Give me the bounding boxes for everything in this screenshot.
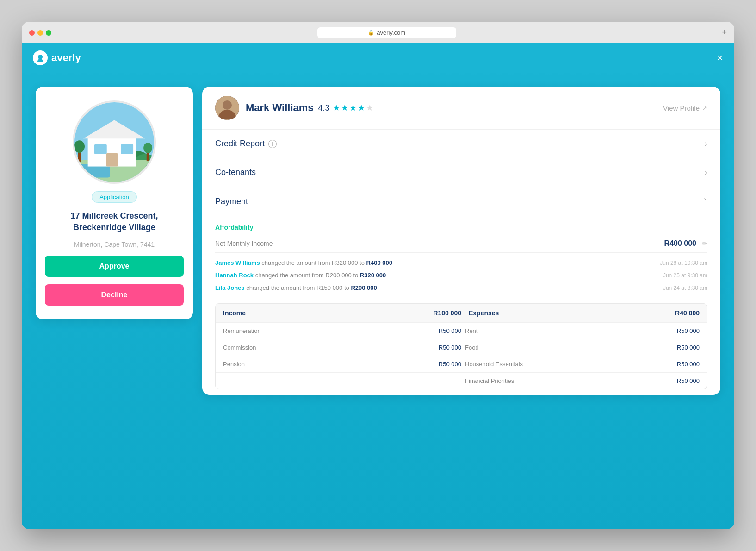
activity-time-3: Jun 24 at 8:30 am [663,285,707,291]
income-label-2: Commission [223,344,342,351]
income-value-2: R50 000 [342,344,462,351]
net-income-value-area: R400 000 ✏ [664,239,707,248]
co-tenants-section[interactable]: Co-tenants › [202,158,720,187]
profile-header: Mark Williams 4.3 ★ ★ ★ ★ ★ [202,87,720,130]
income-label-4 [223,377,342,384]
url-display[interactable]: 🔒 averly.com [317,27,456,38]
profile-name-rating: Mark Williams 4.3 ★ ★ ★ ★ ★ [246,102,373,114]
property-address: 17 Millcreek Crescent, Breckenridge Vill… [70,210,158,233]
payment-label: Payment [215,197,248,207]
fullscreen-traffic-light[interactable] [46,30,51,36]
left-card: Application 17 Millcreek Crescent, Breck… [36,87,193,319]
income-value-3: R50 000 [342,361,462,368]
table-row: Financial Priorities R50 000 [216,372,707,389]
svg-point-0 [38,55,43,59]
decline-button[interactable]: Decline [45,284,184,306]
table-row: Commission R50 000 Food R50 000 [216,339,707,356]
browser-window: 🔒 averly.com + averly × [22,22,734,529]
credit-report-title: Credit Report i [215,139,277,149]
activity-log: James Williams changed the amount from R… [215,253,707,298]
rating-number: 4.3 [318,103,330,113]
credit-report-section[interactable]: Credit Report i › [202,130,720,158]
income-total: R100 000 [342,309,462,317]
star-3: ★ [349,103,357,113]
svg-point-16 [223,100,232,110]
expense-value-3: R50 000 [581,361,700,368]
payment-section-header[interactable]: Payment ˅ [202,187,720,216]
close-button[interactable]: × [717,52,723,63]
table-row: Remuneration R50 000 Rent R50 000 [216,322,707,339]
affordability-header: Affordability [215,216,707,235]
star-4: ★ [358,103,365,113]
activity-text-1: James Williams changed the amount from R… [215,259,652,266]
expense-label-2: Food [461,344,581,351]
star-2: ★ [341,103,348,113]
averly-logo-icon [33,50,48,65]
svg-rect-8 [94,144,107,154]
view-profile-label: View Profile [663,104,700,112]
view-profile-button[interactable]: View Profile ↗ [663,104,707,112]
app-header: averly × [22,43,734,73]
new-tab-button[interactable]: + [722,28,727,38]
property-suburb: Milnerton, Cape Town, 7441 [74,241,155,248]
income-header: Income [223,309,342,317]
activity-row-3: Lila Jones changed the amount from R150 … [215,282,707,294]
application-badge: Application [92,191,137,203]
chevron-right-icon-2: › [705,168,707,177]
edit-icon[interactable]: ✏ [702,240,707,247]
main-content: Application 17 Millcreek Crescent, Breck… [22,73,734,409]
approve-button[interactable]: Approve [45,256,184,277]
url-text: averly.com [377,29,405,36]
logo-area: averly [33,50,81,65]
info-icon[interactable]: i [268,140,277,148]
expense-label-1: Rent [461,327,581,334]
net-income-value: R400 000 [664,239,696,248]
svg-rect-10 [106,153,118,167]
expense-value-2: R50 000 [581,344,700,351]
right-panel: Mark Williams 4.3 ★ ★ ★ ★ ★ [202,87,720,395]
profile-info: Mark Williams 4.3 ★ ★ ★ ★ ★ [215,96,373,120]
app-container: averly × [22,43,734,529]
logo-text: averly [51,52,81,64]
expense-value-1: R50 000 [581,327,700,334]
payment-content: Affordability Net Monthly Income R400 00… [202,216,720,389]
star-5: ★ [366,103,373,113]
expense-value-4: R50 000 [581,377,700,384]
co-tenants-title: Co-tenants [215,168,256,177]
external-link-icon: ↗ [702,105,707,112]
svg-point-12 [74,140,85,153]
profile-name: Mark Williams [246,102,314,114]
expenses-total: R40 000 [581,309,700,317]
table-row: Pension R50 000 Household Essentials R50… [216,356,707,372]
svg-rect-9 [121,144,133,154]
traffic-lights [29,30,51,36]
payment-title: Payment [215,197,248,207]
address-bar: 🔒 averly.com [57,27,716,38]
activity-row-1: James Williams changed the amount from R… [215,257,707,269]
lock-icon: 🔒 [368,30,374,36]
credit-report-label: Credit Report [215,139,265,149]
chevron-right-icon: › [705,139,707,149]
expense-label-4: Financial Priorities [461,377,581,384]
chevron-down-icon: ˅ [703,196,707,207]
star-1: ★ [333,103,340,113]
activity-row-2: Hannah Rock changed the amount from R200… [215,269,707,282]
activity-text-3: Lila Jones changed the amount from R150 … [215,284,656,291]
stars: ★ ★ ★ ★ ★ [333,103,373,113]
expense-label-3: Household Essentials [461,361,581,368]
activity-time-2: Jun 25 at 9:30 am [663,272,707,279]
close-traffic-light[interactable] [29,30,35,36]
property-image [73,100,156,184]
income-label-1: Remuneration [223,327,342,334]
minimize-traffic-light[interactable] [37,30,43,36]
income-value-1: R50 000 [342,327,462,334]
avatar [215,96,239,120]
activity-text-2: Hannah Rock changed the amount from R200… [215,272,656,279]
svg-point-14 [143,143,152,153]
income-label-3: Pension [223,361,342,368]
activity-time-1: Jun 28 at 10:30 am [660,260,707,266]
net-income-label: Net Monthly Income [215,240,273,247]
financial-table: Income R100 000 Expenses R40 000 Remuner… [215,303,707,389]
income-value-4 [342,377,462,384]
browser-chrome: 🔒 averly.com + [22,22,734,43]
